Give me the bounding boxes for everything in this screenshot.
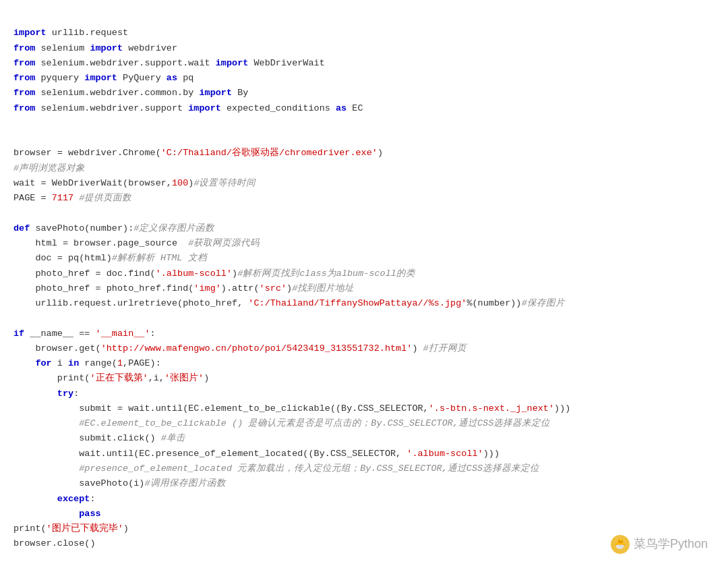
watermark: 🐣 菜鸟学Python (611, 534, 708, 554)
watermark-text: 菜鸟学Python (634, 534, 708, 554)
watermark-icon: 🐣 (611, 535, 630, 554)
code-display: import urllib.request from selenium impo… (13, 11, 715, 552)
